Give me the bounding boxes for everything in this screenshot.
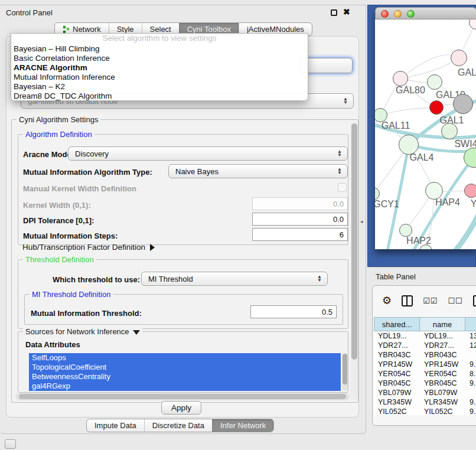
manual-kernel-width-checkbox[interactable] [338, 183, 347, 192]
algorithm-option[interactable]: Mutual Information Inference [11, 73, 308, 82]
network-node[interactable]: GAL11 [375, 108, 387, 122]
network-node[interactable] [469, 19, 476, 30]
node-circle[interactable] [453, 94, 473, 114]
kernel-width-field[interactable] [252, 197, 348, 210]
table-panel-body: ⚙ ☑☑ ☐☐ shared... name YDL19... YDL19... [372, 285, 476, 426]
attribute-item[interactable]: gal4RGexp [29, 381, 341, 391]
network-node[interactable]: GAL80 [393, 71, 408, 86]
table-row[interactable]: YIL052C YIL052C 9. [374, 407, 476, 415]
expand-arrow-icon [150, 244, 155, 251]
table-row[interactable]: YBL079W YBL079W [374, 388, 476, 397]
aracne-mode-label: Aracne Mode: [23, 150, 74, 159]
mi-algorithm-type-combo[interactable]: Naive Bayes ▲▼ [168, 164, 348, 178]
column-header-name[interactable]: name [420, 317, 465, 331]
table-panel: Table Panel ⚙ ☑☑ ☐☐ shared... name YDL19… [367, 267, 476, 450]
node-circle[interactable] [419, 244, 432, 249]
node-circle[interactable] [399, 135, 419, 155]
network-node[interactable]: GAL [451, 50, 467, 66]
zoom-traffic-light-icon[interactable] [407, 10, 415, 18]
node-circle[interactable] [427, 74, 442, 90]
table-panel-title: Table Panel [376, 272, 416, 281]
network-node[interactable]: HAP4 [425, 182, 443, 200]
deselect-all-checkboxes-icon[interactable]: ☐☐ [448, 296, 462, 305]
panel-collapse-icon[interactable]: ◂ [360, 219, 363, 224]
close-icon[interactable]: ✖ [343, 7, 350, 17]
network-node[interactable]: HAP2 [399, 224, 412, 237]
algorithm-placeholder: Select algorithm to view settings [11, 34, 308, 44]
network-node[interactable] [464, 148, 476, 168]
attribute-item[interactable]: SelfLoops [29, 353, 341, 363]
threshold-definition-group: Threshold Definition Which threshold to … [18, 259, 348, 329]
gear-icon[interactable]: ⚙ [382, 294, 392, 307]
node-label: GAL80 [396, 85, 425, 96]
algorithm-option[interactable]: Bayesian – K2 [11, 82, 308, 92]
document-icon[interactable] [473, 295, 476, 306]
node-circle[interactable] [464, 148, 476, 168]
node-circle[interactable] [464, 184, 476, 198]
table-row[interactable]: YDR27... YDR27... 12 [374, 341, 476, 350]
data-attributes-list: SelfLoopsTopologicalCoefficientBetweenne… [29, 353, 341, 391]
aracne-mode-combo[interactable]: Discovery ▲▼ [68, 146, 348, 161]
tab-infer-network[interactable]: Infer Network [212, 419, 273, 432]
dpi-tolerance-field[interactable] [252, 213, 348, 226]
close-traffic-light-icon[interactable] [381, 10, 389, 18]
attributes-scrollbar[interactable] [342, 353, 348, 391]
tab-impute-data[interactable]: Impute Data [87, 419, 144, 432]
algorithm-option[interactable]: ARACNE Algorithm [11, 63, 308, 73]
algorithm-option[interactable]: Dream8 DC_TDC Algorithm [11, 92, 308, 101]
algorithm-option[interactable]: Basic Correlation Inference [11, 54, 308, 63]
network-node[interactable]: GAL1 [429, 100, 444, 115]
attribute-item[interactable]: BetweennessCentrality [29, 372, 341, 381]
table-body: YDL19... YDL19... 13 YDR27... YDR27... 1… [374, 331, 476, 415]
table-row[interactable]: YPR145W YPR145W 9. [374, 360, 476, 369]
select-all-checkboxes-icon[interactable]: ☑☑ [423, 296, 438, 305]
network-canvas[interactable]: GAL GAL80 GAL10 GAL1 [375, 19, 476, 249]
node-circle[interactable] [399, 224, 412, 237]
network-node[interactable] [419, 244, 432, 249]
node-circle[interactable] [469, 19, 476, 30]
settings-horizontal-scrollbar[interactable] [15, 393, 350, 400]
which-threshold-combo[interactable]: MI Threshold ▲▼ [141, 272, 328, 286]
split-columns-icon[interactable] [402, 295, 413, 306]
node-circle[interactable] [393, 71, 408, 86]
table-row[interactable]: YBR043C YBR043C [374, 350, 476, 360]
node-circle[interactable] [441, 123, 458, 139]
table-row[interactable]: YBR045C YBR045C 9. [374, 379, 476, 388]
column-header-extra[interactable] [465, 317, 476, 331]
table-row[interactable]: YDL19... YDL19... 13 [374, 331, 476, 341]
collapse-arrow-icon [133, 330, 140, 335]
column-header-shared[interactable]: shared... [374, 317, 420, 331]
algorithm-definition-group: Algorithm Definition Aracne Mode: Discov… [18, 134, 348, 245]
mi-steps-field[interactable] [252, 228, 348, 241]
node-circle[interactable] [375, 187, 380, 200]
network-node[interactable] [453, 94, 473, 114]
algorithm-selector-fragment[interactable] [301, 58, 353, 73]
node-circle[interactable] [429, 100, 444, 115]
network-window-titlebar[interactable] [375, 7, 476, 19]
minimize-traffic-light-icon[interactable] [394, 10, 402, 18]
network-node[interactable]: GAL4 [399, 135, 419, 155]
tab-discretize-data[interactable]: Discretize Data [144, 419, 212, 432]
sources-title[interactable]: Sources for Network Inference [23, 327, 142, 336]
table-row[interactable]: YLR345W YLR345W 9. [374, 397, 476, 407]
network-node[interactable]: SWI4 [441, 123, 458, 139]
dpi-tolerance-label: DPI Tolerance [0,1]: [23, 216, 94, 225]
apply-button[interactable]: Apply [161, 401, 201, 415]
network-node[interactable]: GAL10 [427, 74, 442, 90]
hub-section-toggle[interactable]: Hub/Transcription Factor Definition [22, 243, 155, 252]
table-row[interactable]: YER054C YER054C 8. [374, 369, 476, 379]
control-panel-titlebar: Control Panel ✖ [0, 5, 366, 19]
attribute-item[interactable]: TopologicalCoefficient [29, 363, 341, 372]
node-circle[interactable] [451, 50, 467, 66]
mi-steps-label: Mutual Information Steps: [23, 231, 118, 240]
network-node[interactable]: GCY1 [375, 187, 380, 200]
algorithm-option[interactable]: Bayesian – Hill Climbing [11, 44, 308, 54]
table-header: shared... name [374, 317, 476, 331]
mi-threshold-definition-group: MI Threshold Definition Mutual Informati… [24, 294, 343, 325]
sources-group: Sources for Network Inference Data Attri… [18, 331, 348, 393]
grid-corner-icon[interactable] [5, 439, 16, 449]
mi-threshold-field[interactable] [250, 305, 337, 318]
settings-vertical-scrollbar[interactable] [351, 122, 358, 400]
float-icon[interactable] [331, 9, 337, 16]
network-node[interactable]: Y [464, 184, 476, 198]
